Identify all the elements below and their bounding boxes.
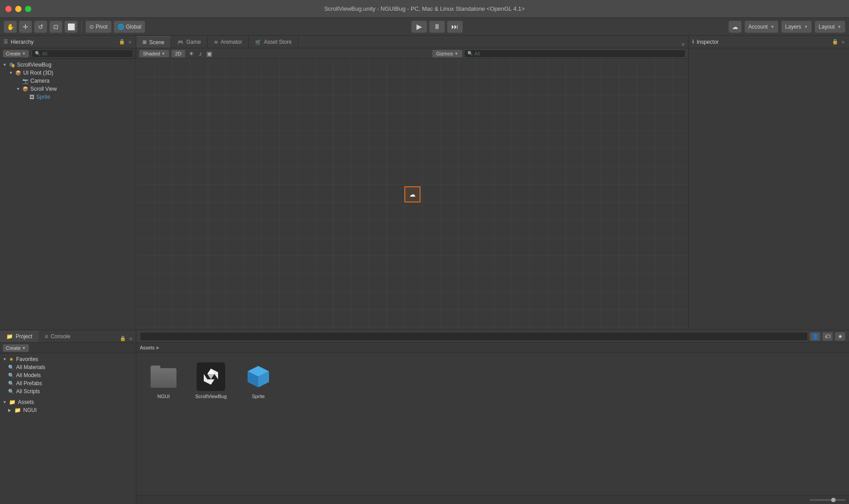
folder-icon-shape (151, 365, 177, 388)
rect-tool-button[interactable]: ⬜ (64, 21, 78, 33)
assets-item[interactable]: ▶ 📁 NGUI (0, 406, 136, 414)
layers-label: Layers (785, 24, 801, 30)
asset-item-name: NGUI (157, 394, 170, 399)
close-button[interactable] (5, 6, 12, 12)
pause-button[interactable]: ⏸ (429, 21, 445, 33)
global-label: Global (126, 24, 142, 30)
account-dropdown[interactable]: Account ▼ (744, 21, 778, 33)
folder-tab (151, 365, 160, 371)
project-panel: 📁 Project ≡ Console 🔒 ≡ Create ▼ (0, 330, 136, 504)
hierarchy-menu-button[interactable]: ≡ (128, 38, 132, 46)
asset-item[interactable]: Sprite (238, 360, 278, 402)
shading-mode-dropdown[interactable]: Shaded ▼ (139, 50, 169, 58)
hierarchy-create-label: Create (6, 51, 21, 56)
gameobject-icon: 📦 (22, 86, 29, 92)
tab-game[interactable]: 🎮 Game (171, 36, 208, 48)
project-menu-button[interactable]: ≡ (129, 335, 133, 342)
workspace: ☰ Hierarchy 🔒 ≡ Create ▼ 🔍 All (0, 36, 849, 504)
inspector-info-icon: ℹ (692, 39, 694, 45)
assets-star-button[interactable]: ★ (835, 332, 845, 341)
console-tab-label: Console (50, 333, 70, 340)
project-create-chevron-icon: ▼ (22, 346, 26, 350)
asset-store-tab-icon: 🛒 (255, 39, 261, 45)
hierarchy-item-name: Camera (30, 78, 50, 84)
main-toolbar: ✋ ✛ ↺ ⊡ ⬜ ⊙ Pivot 🌐 Global ▶ ⏸ ⏭ ☁ Accou… (0, 18, 849, 36)
assets-breadcrumb: Assets ▶ (136, 343, 849, 353)
scene-panel-menu-button[interactable]: ≡ (681, 41, 685, 48)
gizmos-dropdown[interactable]: Gizmos ▼ (432, 50, 462, 58)
layers-dropdown[interactable]: Layers ▼ (781, 21, 812, 33)
blue-cube-icon (245, 363, 272, 390)
assets-item-name: NGUI (23, 407, 37, 413)
step-button[interactable]: ⏭ (447, 21, 463, 33)
inspector-menu-button[interactable]: ≡ (841, 38, 845, 46)
zoom-slider-track[interactable] (810, 499, 845, 501)
project-create-label: Create (6, 345, 21, 351)
tab-project[interactable]: 📁 Project (0, 331, 38, 342)
move-tool-button[interactable]: ✛ (19, 21, 32, 33)
minimize-button[interactable] (15, 6, 21, 12)
hierarchy-item[interactable]: ▼ 📦 UI Root (3D) (0, 69, 136, 77)
search-prefix-icon: 🔍 (8, 365, 14, 370)
assets-footer (136, 495, 849, 504)
breadcrumb-label: Assets (140, 345, 155, 350)
cloud-button[interactable]: ☁ (728, 21, 742, 33)
2d-mode-button[interactable]: 2D (171, 50, 185, 58)
favorites-item[interactable]: 🔍 All Prefabs (0, 379, 136, 387)
project-lock-button[interactable]: 🔒 (119, 335, 127, 342)
inspector-content (689, 48, 849, 330)
scene-object-icon: ☁ (409, 191, 416, 198)
lighting-toggle-button[interactable]: ☀ (187, 50, 196, 58)
assets-tag-button[interactable]: 🏷 (822, 332, 833, 341)
scene-view[interactable]: ☁ (136, 59, 688, 330)
shading-chevron-icon: ▼ (161, 51, 165, 56)
layout-dropdown[interactable]: Layout ▼ (815, 21, 845, 33)
selected-object-gizmo: ☁ (404, 186, 420, 202)
assets-search-input[interactable] (140, 332, 808, 341)
global-button[interactable]: 🌐 Global (113, 21, 146, 33)
tabs-end-controls: ≡ (681, 41, 688, 48)
unity-logo-icon (201, 367, 221, 386)
inspector-title: Inspector (697, 39, 719, 45)
assets-expand-icon: ▼ (3, 400, 8, 404)
fx-toggle-button[interactable]: ▣ (205, 50, 214, 58)
tab-asset-store[interactable]: 🛒 Asset Store (249, 36, 298, 48)
hierarchy-header: ☰ Hierarchy 🔒 ≡ (0, 36, 136, 48)
hierarchy-create-button[interactable]: Create ▼ (3, 50, 29, 58)
asset-item[interactable]: NGUI (143, 360, 184, 402)
hierarchy-lock-button[interactable]: 🔒 (118, 38, 126, 46)
assets-group-header[interactable]: ▼ 📁 Assets (0, 398, 136, 406)
maximize-button[interactable] (25, 6, 31, 12)
scene-search[interactable]: 🔍 All (464, 50, 685, 58)
zoom-slider-thumb[interactable] (831, 498, 836, 502)
hierarchy-item[interactable]: 🖼 Sprite (0, 93, 136, 101)
hierarchy-item-name: ScrollViewBug (17, 62, 51, 68)
tab-animator[interactable]: ≋ Animator (208, 36, 249, 48)
favorites-item[interactable]: 🔍 All Models (0, 371, 136, 379)
play-button[interactable]: ▶ (411, 21, 427, 33)
asset-item-name: Sprite (252, 394, 265, 399)
pivot-button[interactable]: ⊙ Pivot (85, 21, 112, 33)
audio-toggle-button[interactable]: ♪ (198, 50, 203, 58)
inspector-lock-button[interactable]: 🔒 (831, 38, 839, 46)
hand-tool-button[interactable]: ✋ (4, 21, 17, 33)
scene-search-placeholder: All (475, 51, 480, 56)
rotate-tool-button[interactable]: ↺ (34, 21, 47, 33)
project-create-button[interactable]: Create ▼ (3, 344, 29, 352)
hierarchy-panel-title: Hierarchy (11, 39, 34, 45)
hierarchy-item[interactable]: 📷 Camera (0, 77, 136, 85)
favorites-item-name: All Prefabs (16, 380, 42, 386)
scale-tool-button[interactable]: ⊡ (49, 21, 63, 33)
hierarchy-item[interactable]: ▼ 📦 Scroll View (0, 85, 136, 93)
hierarchy-panel: ☰ Hierarchy 🔒 ≡ Create ▼ 🔍 All (0, 36, 136, 330)
asset-item[interactable]: ScrollViewBug (191, 360, 231, 402)
hierarchy-item[interactable]: ▼ 🎭 ScrollViewBug (0, 61, 136, 69)
favorites-item[interactable]: 🔍 All Materials (0, 363, 136, 371)
assets-toolbar: 👤 🏷 ★ (136, 330, 849, 343)
hierarchy-search[interactable]: 🔍 All (32, 50, 133, 58)
tab-scene[interactable]: ⊞ Scene (136, 36, 171, 48)
favorites-item[interactable]: 🔍 All Scripts (0, 387, 136, 395)
assets-filter-button[interactable]: 👤 (810, 332, 820, 341)
tab-console[interactable]: ≡ Console (38, 331, 76, 342)
favorites-group-header[interactable]: ▼ ★ Favorites (0, 355, 136, 363)
